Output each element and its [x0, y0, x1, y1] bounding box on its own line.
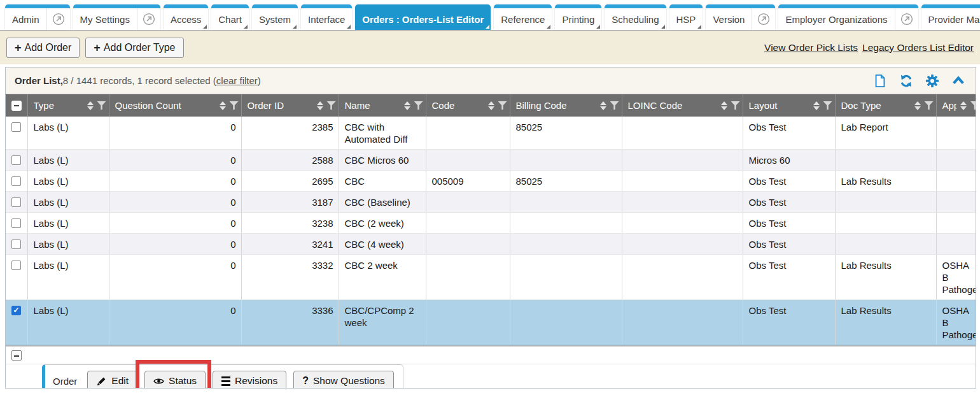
sort-icon[interactable]: [488, 101, 494, 110]
filter-icon[interactable]: [823, 101, 832, 110]
column-header-loinc-code[interactable]: LOINC Code: [622, 94, 743, 117]
tab-printing[interactable]: Printing: [555, 4, 601, 30]
row-checkbox[interactable]: [11, 218, 21, 228]
filter-icon[interactable]: [970, 101, 976, 110]
filter-icon[interactable]: [327, 101, 336, 110]
tab-reference[interactable]: Reference: [494, 4, 552, 30]
tab-system[interactable]: System: [252, 4, 298, 30]
cell-order-id: 2588: [241, 150, 339, 171]
tab-hsp[interactable]: HSP: [669, 4, 703, 30]
tab-access[interactable]: Access: [164, 4, 208, 30]
external-link-icon[interactable]: [137, 8, 160, 30]
row-checkbox[interactable]: [11, 122, 21, 132]
column-header-type[interactable]: Type: [27, 94, 109, 117]
order-list-summary-close: ): [258, 75, 261, 86]
show-questions-button[interactable]: ?Show Questions: [293, 371, 394, 389]
row-checkbox[interactable]: [11, 155, 21, 165]
tab-interface[interactable]: Interface: [301, 4, 352, 30]
pencil-icon: [96, 376, 107, 387]
column-header-question-count[interactable]: Question Count: [109, 94, 241, 117]
tab-version[interactable]: Version: [706, 4, 775, 30]
filter-icon[interactable]: [230, 101, 239, 110]
tab-label: Provider Management: [921, 8, 980, 30]
view-order-pick-lists-link[interactable]: View Order Pick Lists: [764, 42, 858, 54]
order-row-3241[interactable]: Labs (L)03241CBC (4 week)Obs Test: [6, 234, 976, 255]
order-row-2385[interactable]: Labs (L)02385CBC with Automated Diff8502…: [6, 117, 976, 150]
row-checkbox[interactable]: [11, 261, 21, 270]
refresh-icon[interactable]: [899, 74, 913, 88]
column-label: Billing Code: [516, 100, 596, 111]
toolbar-links: View Order Pick Lists Legacy Orders List…: [764, 42, 974, 54]
order-row-3238[interactable]: Labs (L)03238CBC (2 week)Obs Test: [6, 213, 976, 234]
external-link-icon[interactable]: [46, 8, 70, 30]
edit-button[interactable]: Edit: [87, 371, 137, 389]
cell-order-id: 3241: [241, 234, 339, 255]
tab-provider-management[interactable]: Provider Management: [921, 4, 980, 30]
menu-caret-icon: [244, 25, 248, 29]
tab-label: Orders : Orders-List Editor: [355, 8, 491, 30]
cell-layout: Obs Test: [743, 234, 835, 255]
column-header-doc-type[interactable]: Doc Type: [835, 94, 936, 117]
filter-icon[interactable]: [610, 101, 619, 110]
column-header-order-id[interactable]: Order ID: [241, 94, 339, 117]
sort-icon[interactable]: [813, 101, 820, 110]
sort-icon[interactable]: [220, 101, 226, 110]
status-button[interactable]: Status: [144, 371, 206, 389]
tab-orders-orders-list-editor[interactable]: Orders : Orders-List Editor: [355, 4, 491, 30]
chevron-up-icon[interactable]: [951, 74, 965, 88]
column-header-appt-ty[interactable]: Appt. Ty: [936, 94, 976, 117]
order-row-2695[interactable]: Labs (L)02695CBC00500985025Obs TestLab R…: [6, 171, 976, 192]
order-row-2588[interactable]: Labs (L)02588CBC Micros 60Micros 60: [6, 150, 976, 171]
button-label: Show Questions: [313, 375, 385, 387]
column-label: Name: [345, 100, 400, 111]
sort-icon[interactable]: [600, 101, 606, 110]
clear-filter-link[interactable]: clear filter: [216, 75, 258, 86]
select-all-checkbox[interactable]: [11, 101, 22, 111]
order-row-3336[interactable]: ✓Labs (L)03336CBC/CPComp 2 weekObs TestL…: [6, 300, 976, 345]
tab-scheduling[interactable]: Scheduling: [605, 4, 666, 30]
filter-icon[interactable]: [97, 101, 106, 110]
filter-icon[interactable]: [498, 101, 507, 110]
external-link-icon[interactable]: [752, 8, 775, 30]
sort-icon[interactable]: [721, 101, 727, 110]
tab-chart[interactable]: Chart: [211, 4, 249, 30]
column-header-name[interactable]: Name: [339, 94, 426, 117]
filter-icon[interactable]: [731, 101, 740, 110]
sort-icon[interactable]: [960, 101, 967, 110]
sort-icon[interactable]: [87, 101, 94, 110]
row-checkbox[interactable]: [11, 197, 21, 207]
add-order-type-button[interactable]: + Add Order Type: [85, 38, 183, 58]
order-row-3332[interactable]: Labs (L)03332CBC 2 weekObs TestLab Resul…: [6, 255, 976, 300]
add-order-button[interactable]: + Add Order: [6, 38, 80, 58]
order-row-3187[interactable]: Labs (L)03187CBC (Baseline)Obs Test: [6, 192, 976, 213]
revisions-button[interactable]: Revisions: [213, 371, 286, 389]
sort-icon[interactable]: [404, 101, 410, 110]
external-link-icon[interactable]: [895, 8, 918, 30]
new-page-icon[interactable]: [873, 74, 887, 88]
row-checkbox[interactable]: [11, 239, 21, 249]
column-header-layout[interactable]: Layout: [743, 94, 835, 117]
column-header-code[interactable]: Code: [426, 94, 510, 117]
tab-admin[interactable]: Admin: [5, 4, 70, 30]
cell-code: [426, 213, 510, 234]
row-checkbox[interactable]: [11, 176, 21, 186]
cell-type: Labs (L): [27, 171, 109, 192]
order-action-area: Order EditStatusRevisions?Show Questions: [6, 364, 976, 389]
cell-doc-type: Lab Report: [835, 117, 936, 150]
legacy-orders-list-editor-link[interactable]: Legacy Orders List Editor: [862, 42, 974, 54]
cell-type: Labs (L): [27, 255, 109, 300]
tab-employer-organizations[interactable]: Employer Organizations: [778, 4, 918, 30]
filter-icon[interactable]: [925, 101, 934, 110]
cell-layout: Micros 60: [743, 150, 835, 171]
row-checkbox-checked[interactable]: ✓: [11, 306, 21, 315]
cell-order-id: 3336: [241, 300, 339, 345]
gear-icon[interactable]: [925, 74, 939, 88]
cell-appt-type: [936, 171, 976, 192]
filter-icon[interactable]: [414, 101, 423, 110]
column-header-billing-code[interactable]: Billing Code: [510, 94, 622, 117]
collapse-icon[interactable]: [11, 350, 22, 361]
sort-icon[interactable]: [317, 101, 323, 110]
tab-my-settings[interactable]: My Settings: [73, 4, 160, 30]
cell-billing-code: [510, 213, 622, 234]
sort-icon[interactable]: [914, 101, 921, 110]
